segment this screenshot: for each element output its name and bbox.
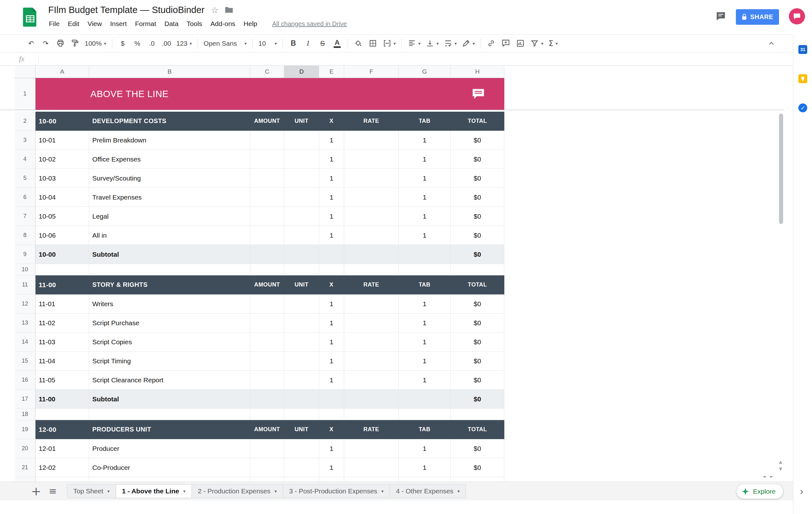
cell-C6[interactable] xyxy=(250,188,284,207)
menu-format[interactable]: Format xyxy=(131,20,161,28)
bold-button[interactable]: B xyxy=(286,36,300,51)
cell-B19[interactable]: PRODUCERS UNIT xyxy=(89,420,250,439)
cell-B13[interactable]: Script Purchase xyxy=(89,313,250,333)
cell-C20[interactable] xyxy=(250,439,284,458)
cell-H21[interactable]: $0 xyxy=(451,458,504,477)
cell-F8[interactable] xyxy=(344,226,399,245)
cell-E3[interactable]: 1 xyxy=(319,131,344,150)
cell-D5[interactable] xyxy=(284,169,319,188)
cell-D21[interactable] xyxy=(284,458,319,477)
row-header-3[interactable]: 3 xyxy=(14,131,35,150)
cell-C12[interactable] xyxy=(250,294,284,313)
cell-D16[interactable] xyxy=(284,371,319,390)
menu-edit[interactable]: Edit xyxy=(64,20,83,28)
cell-H10[interactable] xyxy=(451,264,504,276)
tab-dropdown-icon[interactable]: ▾ xyxy=(108,489,110,493)
scroll-down-icon[interactable]: ▼ xyxy=(779,467,782,471)
cell-A7[interactable]: 10-05 xyxy=(35,207,89,226)
cell-A8[interactable]: 10-06 xyxy=(35,226,89,245)
calendar-icon[interactable]: 31 xyxy=(799,45,807,54)
cell-B15[interactable]: Script Timing xyxy=(89,351,250,371)
cell-E19[interactable]: X xyxy=(319,420,344,439)
cell-B16[interactable]: Script Clearance Report xyxy=(89,371,250,390)
cell-D13[interactable] xyxy=(284,313,319,333)
row-header-20[interactable]: 20 xyxy=(14,439,35,458)
cell-F17[interactable] xyxy=(344,390,399,409)
scroll-left-icon[interactable]: ◄ xyxy=(762,474,766,479)
tab-dropdown-icon[interactable]: ▾ xyxy=(457,489,460,493)
cell-A4[interactable]: 10-02 xyxy=(35,150,89,169)
menu-insert[interactable]: Insert xyxy=(106,20,131,28)
document-title[interactable]: FIlm Budget Template — StudioBinder xyxy=(48,5,205,15)
cell-F6[interactable] xyxy=(344,188,399,207)
cell-E14[interactable]: 1 xyxy=(319,333,344,351)
cell-H14[interactable]: $0 xyxy=(451,333,504,351)
cell-G6[interactable]: 1 xyxy=(399,188,451,207)
sheet-tab-4-other-expenses[interactable]: 4 - Other Expenses▾ xyxy=(389,484,466,498)
tab-dropdown-icon[interactable]: ▾ xyxy=(183,489,185,493)
cell-A17[interactable]: 11-00 xyxy=(35,390,89,409)
cell-A9[interactable]: 10-00 xyxy=(35,245,89,264)
row-header-19[interactable]: 19 xyxy=(14,420,35,439)
cell-G10[interactable] xyxy=(399,264,451,276)
insert-link-icon[interactable] xyxy=(484,36,498,51)
cell-H20[interactable]: $0 xyxy=(451,439,504,458)
tab-dropdown-icon[interactable]: ▾ xyxy=(275,489,277,493)
cell-G22[interactable] xyxy=(399,477,451,482)
menu-data[interactable]: Data xyxy=(160,20,182,28)
cell-B12[interactable]: Writers xyxy=(89,294,250,313)
cell-A15[interactable]: 11-04 xyxy=(35,351,89,371)
cell-G14[interactable]: 1 xyxy=(399,333,451,351)
cell-G16[interactable]: 1 xyxy=(399,371,451,390)
cell-F10[interactable] xyxy=(344,264,399,276)
cell-A5[interactable]: 10-03 xyxy=(35,169,89,188)
menu-file[interactable]: File xyxy=(48,20,64,28)
cell-G2[interactable]: TAB xyxy=(399,112,451,131)
cell-B7[interactable]: Legal xyxy=(89,207,250,226)
cell-D19[interactable]: UNIT xyxy=(284,420,319,439)
cell-H5[interactable]: $0 xyxy=(451,169,504,188)
cell-B10[interactable] xyxy=(89,264,250,276)
cell-A1-merged[interactable]: ABOVE THE LINE xyxy=(35,78,504,110)
cell-G13[interactable]: 1 xyxy=(399,313,451,333)
row-header-17[interactable]: 17 xyxy=(14,390,35,409)
cell-D11[interactable]: UNIT xyxy=(284,276,319,294)
cell-F5[interactable] xyxy=(344,169,399,188)
format-percent-button[interactable]: % xyxy=(130,36,144,51)
cell-C14[interactable] xyxy=(250,333,284,351)
menu-view[interactable]: View xyxy=(83,20,106,28)
cell-G17[interactable] xyxy=(399,390,451,409)
cell-B17[interactable]: Subtotal xyxy=(89,390,250,409)
cell-C11[interactable]: AMOUNT xyxy=(250,276,284,294)
cell-D15[interactable] xyxy=(284,351,319,371)
cell-H18[interactable] xyxy=(451,409,504,420)
cell-G3[interactable]: 1 xyxy=(399,131,451,150)
cell-F21[interactable] xyxy=(344,458,399,477)
cell-C2[interactable]: AMOUNT xyxy=(250,112,284,131)
sheet-tab-3-post-production-expenses[interactable]: 3 - Post-Production Expenses▾ xyxy=(283,484,390,498)
vertical-scrollbar-thumb[interactable] xyxy=(779,114,783,224)
cell-E8[interactable]: 1 xyxy=(319,226,344,245)
row-header-13[interactable]: 13 xyxy=(14,313,35,333)
cell-A2[interactable]: 10-00 xyxy=(35,112,89,131)
redo-icon[interactable]: ↷ xyxy=(39,36,53,51)
cell-G20[interactable]: 1 xyxy=(399,439,451,458)
sheet-tab-1-above-the-line[interactable]: 1 - Above the Line▾ xyxy=(116,484,192,498)
cell-F19[interactable]: RATE xyxy=(344,420,399,439)
frozen-row-divider[interactable] xyxy=(0,110,784,110)
cell-E9[interactable] xyxy=(319,245,344,264)
cell-H11[interactable]: TOTAL xyxy=(451,276,504,294)
scroll-right-icon[interactable]: ► xyxy=(770,474,773,479)
cell-F7[interactable] xyxy=(344,207,399,226)
cell-E6[interactable]: 1 xyxy=(319,188,344,207)
sheet-tab-top-sheet[interactable]: Top Sheet▾ xyxy=(67,484,116,498)
horizontal-align-icon[interactable]: ▾ xyxy=(405,36,423,51)
cell-D10[interactable] xyxy=(284,264,319,276)
comment-history-icon[interactable] xyxy=(716,11,726,23)
cell-H9[interactable]: $0 xyxy=(451,245,504,264)
cell-C8[interactable] xyxy=(250,226,284,245)
cell-H16[interactable]: $0 xyxy=(451,371,504,390)
row-header-6[interactable]: 6 xyxy=(14,188,35,207)
cell-G4[interactable]: 1 xyxy=(399,150,451,169)
insert-comment-icon[interactable] xyxy=(499,36,513,51)
